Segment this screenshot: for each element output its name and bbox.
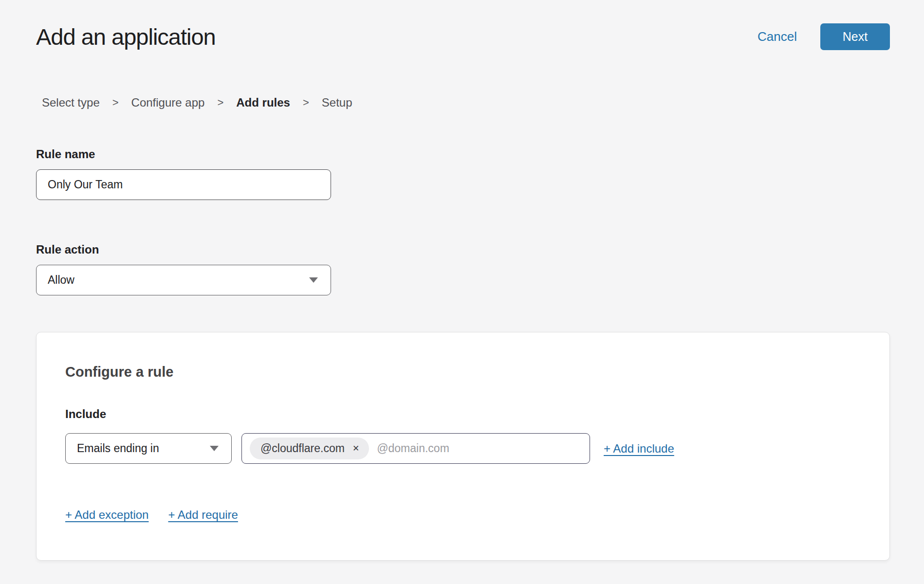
rule-name-input[interactable] <box>36 169 331 200</box>
chevron-down-icon <box>309 277 318 283</box>
include-value-input-container[interactable]: @cloudflare.com ✕ <box>241 433 590 464</box>
cancel-button[interactable]: Cancel <box>758 29 797 44</box>
include-selector-value: Emails ending in <box>77 442 159 455</box>
add-include-link[interactable]: + Add include <box>604 442 674 456</box>
rule-action-field: Rule action Allow <box>36 243 890 295</box>
breadcrumb: Select type > Configure app > Add rules … <box>42 96 890 110</box>
page-header: Add an application Cancel Next <box>36 22 890 51</box>
configure-rule-card: Configure a rule Include Emails ending i… <box>36 332 890 561</box>
rule-name-label: Rule name <box>36 147 890 161</box>
add-application-page: Add an application Cancel Next Select ty… <box>0 22 924 584</box>
rule-extra-actions: + Add exception + Add require <box>65 508 860 522</box>
breadcrumb-separator: > <box>303 96 309 110</box>
domain-input[interactable] <box>377 442 581 455</box>
add-require-link[interactable]: + Add require <box>168 508 238 522</box>
breadcrumb-separator: > <box>112 96 119 110</box>
breadcrumb-separator: > <box>217 96 223 110</box>
card-title: Configure a rule <box>65 363 860 381</box>
breadcrumb-step-configure-app[interactable]: Configure app <box>131 96 205 110</box>
rule-action-select[interactable]: Allow <box>36 265 331 295</box>
add-exception-link[interactable]: + Add exception <box>65 508 148 522</box>
rule-action-selected-value: Allow <box>48 274 74 287</box>
next-button[interactable]: Next <box>820 23 890 50</box>
breadcrumb-step-select-type[interactable]: Select type <box>42 96 100 110</box>
rule-name-field: Rule name <box>36 147 890 200</box>
include-selector-select[interactable]: Emails ending in <box>65 433 232 464</box>
close-icon[interactable]: ✕ <box>352 444 359 453</box>
email-domain-chip-label: @cloudflare.com <box>260 442 345 455</box>
chevron-down-icon <box>210 446 219 451</box>
include-rule-row: Emails ending in @cloudflare.com ✕ + Add… <box>65 433 860 464</box>
email-domain-chip: @cloudflare.com ✕ <box>250 438 369 459</box>
header-actions: Cancel Next <box>758 23 890 50</box>
breadcrumb-step-add-rules[interactable]: Add rules <box>236 96 290 110</box>
breadcrumb-step-setup[interactable]: Setup <box>322 96 352 110</box>
rule-action-label: Rule action <box>36 243 890 256</box>
page-title: Add an application <box>36 23 216 50</box>
include-label: Include <box>65 407 860 421</box>
